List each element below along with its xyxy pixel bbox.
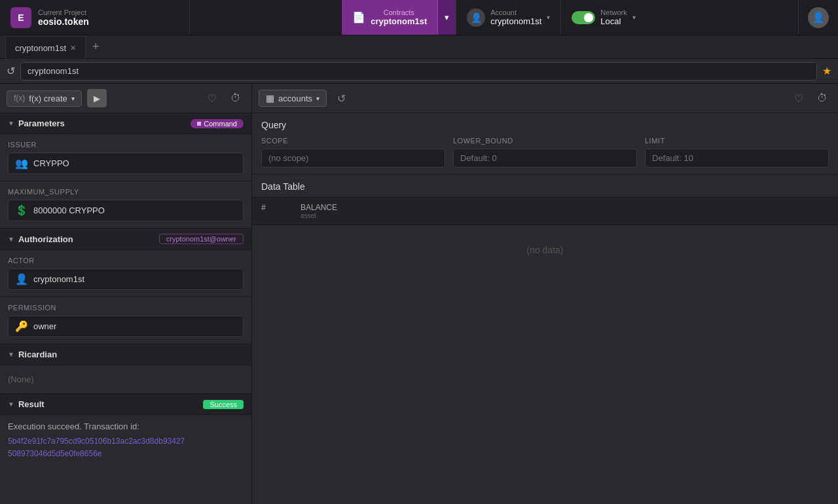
right-panel: ▦ accounts ▾ ↺ ♡ ⏱ Query SCOPE LOWER_BOU… bbox=[252, 84, 838, 504]
permission-field-group: PERMISSION 🔑 owner bbox=[0, 297, 251, 344]
command-dot bbox=[197, 122, 201, 126]
query-section: Query SCOPE LOWER_BOUND LIMIT bbox=[252, 113, 838, 175]
tab-close-icon[interactable]: ✕ bbox=[70, 44, 76, 52]
permission-icon: 🔑 bbox=[15, 320, 28, 333]
issuer-value: CRYPPO bbox=[33, 158, 69, 168]
project-info: Current Project eosio.token bbox=[38, 9, 89, 27]
tab-cryptonom1st[interactable]: cryptonom1st ✕ bbox=[5, 36, 86, 59]
lower-bound-input[interactable] bbox=[453, 149, 637, 168]
refresh-icon[interactable]: ↺ bbox=[7, 65, 15, 77]
parameters-chevron[interactable]: ▼ bbox=[8, 120, 14, 127]
account-info: Account cryptonom1st bbox=[490, 9, 541, 26]
top-bar-center: 📄 Contracts cryptonom1st ▾ 👤 Account cry… bbox=[190, 0, 798, 35]
contracts-label: Contracts bbox=[371, 9, 427, 16]
history-icon[interactable]: ⏱ bbox=[227, 89, 245, 107]
url-bar: ↺ ★ bbox=[0, 59, 838, 84]
permission-input[interactable]: 🔑 owner bbox=[8, 315, 244, 337]
authorization-title: Authorization bbox=[18, 234, 73, 244]
result-header-left: ▼ Result bbox=[8, 399, 45, 409]
network-toggle[interactable] bbox=[572, 11, 595, 24]
favorite-icon[interactable]: ♡ bbox=[203, 89, 221, 107]
permission-value: owner bbox=[33, 321, 56, 331]
th-balance-sub: asset bbox=[301, 212, 829, 219]
accounts-dropdown-arrow[interactable]: ▾ bbox=[316, 95, 319, 102]
account-avatar-icon: 👤 bbox=[467, 9, 485, 27]
contracts-value: cryptonom1st bbox=[371, 16, 427, 26]
result-section-header: ▼ Result Success bbox=[0, 394, 251, 415]
actor-label: ACTOR bbox=[8, 257, 244, 264]
permission-label: PERMISSION bbox=[8, 304, 244, 312]
network-dropdown-arrow[interactable]: ▾ bbox=[632, 14, 636, 21]
contracts-button[interactable]: 📄 Contracts cryptonom1st bbox=[342, 0, 437, 35]
scope-field: SCOPE bbox=[261, 137, 445, 168]
parameters-header-left: ▼ Parameters bbox=[8, 118, 65, 128]
ricardian-chevron[interactable]: ▼ bbox=[8, 351, 14, 358]
tab-bar: cryptonom1st ✕ + bbox=[0, 35, 838, 59]
fn-create-button[interactable]: f(x) f(x) create ▾ bbox=[7, 90, 82, 107]
accounts-button[interactable]: ▦ accounts ▾ bbox=[259, 90, 327, 107]
data-table-header: # BALANCE asset bbox=[252, 198, 838, 225]
limit-input[interactable] bbox=[645, 149, 829, 168]
data-table-section: Data Table # BALANCE asset (no data) bbox=[252, 175, 838, 504]
tab-add-button[interactable]: + bbox=[86, 40, 106, 54]
query-fields: SCOPE LOWER_BOUND LIMIT bbox=[261, 137, 829, 168]
fn-icon: f(x) bbox=[14, 94, 25, 103]
max-supply-field-group: MAXIMUM_SUPPLY 💲 8000000 CRYPPO bbox=[0, 181, 251, 228]
authorization-header-left: ▼ Authorization bbox=[8, 234, 73, 244]
result-title: Result bbox=[18, 399, 45, 409]
max-supply-input[interactable]: 💲 8000000 CRYPPO bbox=[8, 200, 244, 221]
auth-badge: cryptonom1st@owner bbox=[159, 234, 244, 244]
url-input[interactable] bbox=[20, 62, 817, 81]
bookmark-icon[interactable]: ★ bbox=[822, 65, 831, 77]
right-history-icon[interactable]: ⏱ bbox=[813, 89, 831, 107]
success-badge-label: Success bbox=[210, 401, 237, 408]
ricardian-title: Ricardian bbox=[18, 350, 57, 359]
result-txid[interactable]: 5b4f2e91fc7a795cd9c05106b13ac2ac3d8db934… bbox=[8, 435, 244, 460]
data-table-empty: (no data) bbox=[252, 225, 838, 275]
txid-line1: 5b4f2e91fc7a795cd9c05106b13ac2ac3d8db934… bbox=[8, 437, 185, 446]
contracts-info: Contracts cryptonom1st bbox=[371, 9, 427, 26]
ricardian-section-header: ▼ Ricardian bbox=[0, 344, 251, 365]
th-hash: # bbox=[261, 203, 301, 219]
user-avatar[interactable]: 👤 bbox=[798, 0, 838, 35]
issuer-field-group: ISSUER 👥 CRYPPO bbox=[0, 134, 251, 181]
network-info: Network Local bbox=[600, 9, 627, 26]
result-chevron[interactable]: ▼ bbox=[8, 401, 14, 408]
ricardian-value: (None) bbox=[8, 372, 244, 387]
right-favorite-icon[interactable]: ♡ bbox=[790, 89, 808, 107]
parameters-section-header: ▼ Parameters Command bbox=[0, 113, 251, 134]
top-bar: E Current Project eosio.token 📄 Contract… bbox=[0, 0, 838, 35]
lower-bound-label: LOWER_BOUND bbox=[453, 137, 637, 145]
actor-input[interactable]: 👤 cryptonom1st bbox=[8, 268, 244, 290]
network-label: Network bbox=[600, 9, 627, 16]
actor-value: cryptonom1st bbox=[33, 274, 84, 284]
account-dropdown-arrow[interactable]: ▾ bbox=[547, 14, 550, 21]
th-balance-label: BALANCE bbox=[301, 203, 337, 212]
command-label: Command bbox=[204, 120, 237, 128]
contracts-icon: 📄 bbox=[352, 11, 365, 24]
right-toolbar: ▦ accounts ▾ ↺ ♡ ⏱ bbox=[252, 84, 838, 113]
actor-icon: 👤 bbox=[15, 273, 28, 285]
tab-label: cryptonom1st bbox=[15, 43, 66, 53]
authorization-section-header: ▼ Authorization cryptonom1st@owner bbox=[0, 228, 251, 250]
limit-label: LIMIT bbox=[645, 137, 829, 145]
parameters-title: Parameters bbox=[18, 118, 65, 128]
run-icon: ▶ bbox=[94, 94, 100, 103]
main-layout: f(x) f(x) create ▾ ▶ ♡ ⏱ ▼ Parameters Co… bbox=[0, 84, 838, 504]
scope-input[interactable] bbox=[261, 149, 445, 168]
issuer-label: ISSUER bbox=[8, 141, 244, 149]
max-supply-label: MAXIMUM_SUPPLY bbox=[8, 188, 244, 196]
network-section: Network Local ▾ bbox=[560, 0, 646, 35]
right-refresh-button[interactable]: ↺ bbox=[332, 89, 350, 107]
issuer-input[interactable]: 👥 CRYPPO bbox=[8, 153, 244, 174]
account-section: 👤 Account cryptonom1st ▾ bbox=[456, 0, 560, 35]
project-icon: E bbox=[10, 7, 31, 28]
run-button[interactable]: ▶ bbox=[87, 89, 107, 107]
table-icon: ▦ bbox=[266, 93, 274, 103]
left-toolbar: f(x) f(x) create ▾ ▶ ♡ ⏱ bbox=[0, 84, 251, 113]
fn-dropdown-arrow[interactable]: ▾ bbox=[71, 95, 75, 102]
th-balance: BALANCE asset bbox=[301, 203, 829, 219]
contracts-dropdown-arrow[interactable]: ▾ bbox=[437, 0, 456, 35]
result-section: Execution succeed. Transaction id: 5b4f2… bbox=[0, 415, 251, 504]
authorization-chevron[interactable]: ▼ bbox=[8, 236, 14, 243]
